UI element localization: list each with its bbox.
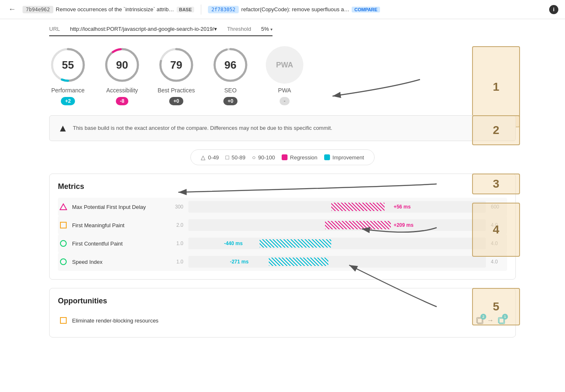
- threshold-arrow-icon: ▾: [270, 27, 272, 32]
- opp-base-icon[interactable]: 2: [475, 316, 484, 325]
- pwa-delta: -: [280, 97, 290, 105]
- accessibility-delta: -8: [116, 97, 129, 105]
- compare-badge: COMPARE: [352, 7, 380, 12]
- accessibility-score: 90: [116, 59, 128, 72]
- legend-label-50-89: 50-89: [232, 154, 245, 161]
- back-button[interactable]: ←: [7, 3, 18, 15]
- seo-gauge: 96: [212, 46, 249, 84]
- metric-bar-1: +209 ms: [188, 219, 486, 231]
- performance-gauge: 55: [49, 46, 87, 84]
- score-card-accessibility: 90 Accessibility -8: [103, 46, 141, 105]
- metric-start-0: 300: [169, 204, 183, 210]
- metric-row-first-input-delay: Max Potential First Input Delay 300 +56 …: [58, 198, 507, 216]
- metric-name-first-contentful-paint: First Contentful Paint: [72, 241, 164, 247]
- base-commit-tag: 7b94e962 Remove occurrences of the `intr…: [22, 6, 194, 13]
- performance-score: 55: [62, 59, 74, 72]
- base-commit-hash: 7b94e962: [22, 6, 53, 13]
- accessibility-label: Accessibility: [106, 87, 138, 94]
- regression-swatch: [282, 154, 288, 160]
- legend-label-improvement: Improvement: [332, 154, 364, 161]
- circle-icon: ○: [252, 154, 255, 161]
- seo-score: 96: [225, 59, 237, 72]
- svg-marker-11: [60, 204, 67, 210]
- metric-start-3: 1.0: [169, 259, 183, 265]
- metric-row-first-contentful-paint: First Contentful Paint 1.0 -440 ms 4.0: [58, 234, 507, 253]
- opp-name-0: Eliminate render-blocking resources: [72, 318, 470, 324]
- score-legend: △ 0-49 □ 50-89 ○ 90-100 Regression Impro…: [190, 149, 374, 165]
- best-practices-delta: +0: [169, 97, 183, 105]
- legend-item-0-49: △ 0-49: [201, 154, 219, 161]
- metrics-title: Metrics: [58, 182, 507, 191]
- performance-label: Performance: [51, 87, 85, 94]
- circle-green-icon: [60, 240, 67, 247]
- svg-point-13: [60, 241, 66, 246]
- opp-icons-0: 2 → 1: [475, 316, 505, 325]
- metric-end-0: 600: [491, 204, 505, 210]
- seo-delta: +0: [223, 97, 238, 105]
- threshold-label: Threshold: [227, 26, 251, 32]
- compare-commit-hash: 2f783052: [208, 6, 239, 13]
- url-threshold-row: URL http://localhost:PORT/javascript-and…: [49, 26, 272, 36]
- legend-label-90-100: 90-100: [258, 154, 275, 161]
- legend-item-50-89: □ 50-89: [225, 154, 245, 161]
- metric-delta-3: -271 ms: [230, 259, 249, 265]
- warning-banner: ▲ This base build is not the exact ances…: [49, 115, 516, 141]
- metric-end-2: 4.0: [491, 241, 505, 246]
- square-icon: □: [225, 154, 229, 161]
- opportunities-title: Opportunities: [58, 297, 507, 305]
- score-cards: 55 Performance +2 90 Ac: [49, 46, 516, 105]
- legend-label-0-49: 0-49: [208, 154, 219, 161]
- metric-name-speed-index: Speed Index: [72, 259, 164, 265]
- metric-row-first-meaningful-paint: First Meaningful Paint 2.0 +209 ms 4.0: [58, 216, 507, 234]
- opportunities-wrapper: Opportunities Eliminate render-blocking …: [49, 288, 516, 337]
- metric-bar-0: +56 ms: [188, 201, 486, 213]
- warning-icon: ▲: [58, 122, 68, 134]
- performance-delta: +2: [61, 97, 75, 105]
- metrics-wrapper: Metrics Max Potential First Input Delay …: [49, 174, 516, 280]
- metric-delta-0: +56 ms: [394, 204, 411, 210]
- metric-name-first-input-delay: Max Potential First Input Delay: [72, 204, 164, 210]
- base-badge: BASE: [177, 7, 195, 12]
- metric-start-1: 2.0: [169, 222, 183, 228]
- circle-green-icon-2: [60, 258, 67, 265]
- metric-bar-2: -440 ms: [188, 238, 486, 249]
- metric-row-speed-index: Speed Index 1.0 -271 ms 4.0: [58, 253, 507, 271]
- header-divider: [201, 5, 201, 15]
- svg-point-14: [60, 259, 66, 265]
- threshold-dropdown[interactable]: 5% ▾: [261, 26, 272, 32]
- warning-section: ▲ This base build is not the exact ances…: [49, 115, 516, 141]
- square-orange-icon: [60, 221, 67, 229]
- score-card-seo: 96 SEO +0: [212, 46, 249, 105]
- metric-start-2: 1.0: [169, 241, 183, 246]
- metric-name-first-meaningful-paint: First Meaningful Paint: [72, 222, 164, 228]
- arrow-right-icon: →: [487, 317, 494, 324]
- opportunities-section: Opportunities Eliminate render-blocking …: [49, 288, 516, 337]
- best-practices-gauge: 79: [158, 46, 195, 84]
- base-commit-desc: Remove occurrences of the `intrinsicsize…: [56, 6, 174, 12]
- accessibility-gauge: 90: [103, 46, 141, 84]
- metric-delta-2: -440 ms: [224, 241, 243, 246]
- warning-text: This base build is not the exact ancesto…: [73, 124, 332, 132]
- pwa-label: PWA: [278, 87, 291, 94]
- svg-rect-12: [60, 222, 66, 228]
- pwa-gauge: PWA: [266, 46, 303, 84]
- metric-end-1: 4.0: [491, 222, 505, 228]
- metric-delta-1: +209 ms: [394, 222, 414, 228]
- opp-compare-badge: 1: [502, 314, 508, 320]
- legend-item-improvement: Improvement: [324, 154, 364, 161]
- legend-label-regression: Regression: [290, 154, 318, 161]
- score-card-performance: 55 Performance +2: [49, 46, 87, 105]
- scores-section: 55 Performance +2 90 Ac: [49, 46, 516, 105]
- info-icon[interactable]: i: [549, 5, 558, 14]
- square-orange-icon-opp: [60, 317, 67, 324]
- opp-row-0: Eliminate render-blocking resources 2 →: [58, 312, 507, 329]
- score-card-pwa: PWA PWA -: [266, 46, 303, 105]
- opp-base-badge: 2: [480, 314, 486, 320]
- url-value[interactable]: http://localhost:PORT/javascript-and-goo…: [70, 26, 217, 32]
- opp-compare-icon[interactable]: 1: [497, 316, 505, 325]
- triangle-icon: △: [201, 154, 205, 161]
- legend-item-90-100: ○ 90-100: [252, 154, 275, 161]
- best-practices-score: 79: [170, 59, 182, 72]
- best-practices-label: Best Practices: [158, 87, 195, 94]
- svg-rect-17: [60, 318, 66, 323]
